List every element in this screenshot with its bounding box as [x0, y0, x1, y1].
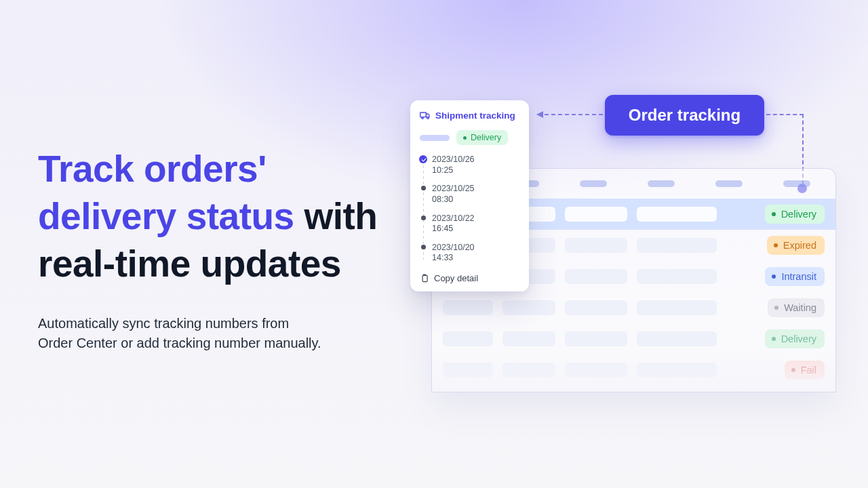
tracking-event: 2023/10/25 08:30 — [432, 184, 519, 205]
status-label: Delivery — [781, 209, 816, 220]
status-label: Delivery — [471, 133, 501, 142]
order-tracking-label: Order tracking — [629, 106, 741, 125]
table-row[interactable]: Fail — [432, 354, 835, 386]
status-label: Intransit — [781, 271, 816, 282]
table-row[interactable]: Delivery — [432, 323, 835, 354]
truck-icon — [420, 110, 431, 121]
table-col-placeholder — [580, 180, 607, 187]
svg-point-1 — [422, 117, 424, 119]
card-summary-row: Delivery — [420, 130, 519, 145]
status-label: Fail — [801, 365, 816, 375]
order-tracking-button[interactable]: Order tracking — [605, 95, 764, 136]
status-dot-icon — [463, 136, 467, 140]
event-time: 14:33 — [432, 253, 519, 264]
cell-placeholder — [443, 363, 493, 378]
cell-placeholder — [502, 363, 555, 378]
event-time: 16:45 — [432, 224, 519, 235]
status-dot-icon — [772, 212, 776, 216]
status-label: Delivery — [781, 333, 816, 344]
svg-point-2 — [427, 117, 429, 119]
cell-placeholder — [565, 269, 627, 284]
status-label: Waiting — [784, 302, 816, 313]
cell-placeholder — [637, 363, 717, 378]
cell-placeholder — [565, 207, 627, 222]
status-badge: Fail — [785, 361, 825, 380]
table-col-placeholder — [715, 180, 743, 187]
event-date: 2023/10/26 — [432, 155, 519, 165]
cell-placeholder — [637, 331, 717, 346]
tracking-event: 2023/10/22 16:45 — [432, 214, 519, 235]
event-date: 2023/10/20 — [432, 243, 519, 253]
cell-placeholder — [565, 238, 627, 253]
tracking-event: 2023/10/20 14:33 — [432, 243, 519, 264]
status-dot-icon — [772, 274, 776, 279]
status-dot-icon — [774, 306, 778, 310]
tracking-timeline: 2023/10/26 10:25 2023/10/25 08:30 2023/1… — [420, 155, 519, 264]
status-dot-icon — [772, 337, 776, 341]
cell-placeholder — [565, 331, 627, 346]
hero-subtext-line1: Automatically sync tracking numbers from — [38, 316, 289, 331]
copy-detail-label: Copy detail — [434, 273, 478, 283]
hero-subtext-line2: Order Center or add tracking number manu… — [38, 336, 321, 350]
cell-placeholder — [637, 300, 717, 315]
cell-placeholder — [502, 331, 555, 346]
status-badge: Delivery — [765, 205, 825, 224]
connector-right-horizontal — [766, 114, 804, 115]
cell-placeholder — [637, 238, 717, 253]
svg-rect-0 — [420, 113, 427, 117]
cell-placeholder — [637, 207, 717, 222]
hero-headline-highlight: Track orders' delivery status — [38, 148, 294, 237]
shipment-tracking-card: Shipment tracking Delivery 2023/10/26 10… — [410, 100, 529, 291]
hero-text-block: Track orders' delivery status with real-… — [38, 146, 391, 353]
event-date: 2023/10/22 — [432, 214, 519, 224]
status-dot-icon — [774, 243, 778, 247]
status-badge: Delivery — [765, 329, 825, 348]
cell-placeholder — [637, 269, 717, 284]
event-date: 2023/10/25 — [432, 184, 519, 195]
cell-placeholder — [565, 300, 627, 315]
event-time: 08:30 — [432, 195, 519, 205]
card-header: Shipment tracking — [420, 110, 519, 121]
hero-subtext: Automatically sync tracking numbers from… — [38, 314, 391, 353]
cell-placeholder — [502, 300, 555, 315]
status-dot-icon — [791, 368, 795, 372]
cell-placeholder — [443, 331, 493, 346]
event-time: 10:25 — [432, 165, 519, 176]
clipboard-icon — [420, 274, 429, 283]
status-badge: Waiting — [768, 298, 825, 317]
table-col-placeholder — [783, 180, 810, 187]
hero-headline: Track orders' delivery status with real-… — [38, 146, 391, 288]
status-badge: Intransit — [765, 267, 825, 286]
table-row[interactable]: Waiting — [432, 292, 835, 323]
cell-placeholder — [565, 363, 627, 378]
status-label: Expired — [783, 240, 816, 251]
status-badge: Delivery — [456, 130, 508, 145]
connector-left — [538, 114, 603, 115]
svg-rect-3 — [422, 275, 427, 281]
tracking-event: 2023/10/26 10:25 — [432, 155, 519, 176]
cell-placeholder — [443, 300, 493, 315]
card-id-placeholder — [420, 135, 450, 141]
copy-detail-button[interactable]: Copy detail — [420, 273, 519, 283]
table-col-placeholder — [648, 180, 675, 187]
card-title: Shipment tracking — [435, 110, 515, 121]
status-badge: Expired — [767, 236, 825, 255]
